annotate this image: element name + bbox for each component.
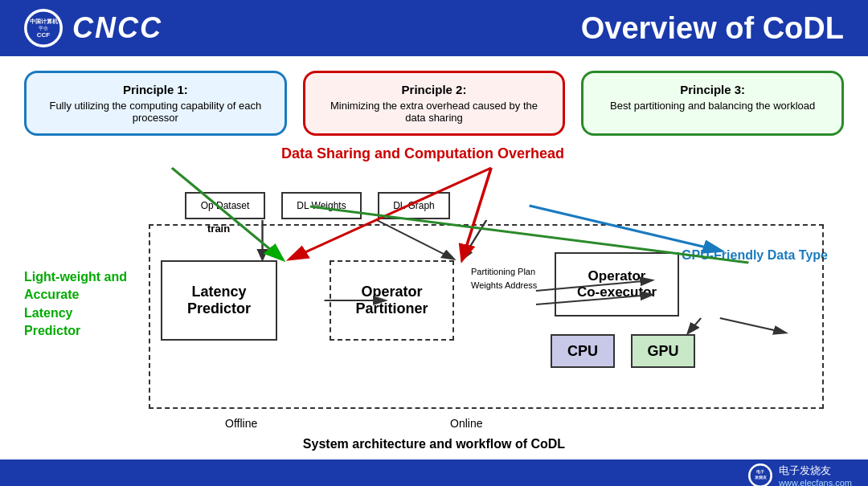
data-sharing-label: Data Sharing and Computation Overhead [281, 145, 564, 162]
footer: 电子 发烧友 电子发烧友 www.elecfans.com [0, 459, 868, 486]
svg-text:CCF: CCF [37, 31, 51, 39]
ccf-logo: 中国计算机 学会 CCF [24, 9, 63, 47]
offline-label: Offline [225, 417, 257, 430]
principle-1-desc: Fully utilizing the computing capability… [41, 100, 270, 124]
caption: System architecture and workflow of CoDL [24, 437, 844, 451]
op-dataset-box: Op Dataset [185, 192, 265, 219]
operator-partitioner-box: OperatorPartitioner [330, 260, 454, 341]
gpu-box: GPU [631, 334, 695, 368]
partitioning-plan-label: Partitioning Plan [471, 267, 535, 276]
lightweight-label: Light-weight andAccurateLatencyPredictor [24, 268, 127, 341]
principle-3-box: Principle 3: Best partitioning and balan… [581, 71, 844, 136]
weights-address-label: Weights Address [471, 280, 537, 290]
principle-3-title: Principle 3: [598, 83, 827, 96]
operator-coexecutor-box: OperatorCo-executor [555, 252, 679, 317]
dl-graph-box: DL Graph [378, 192, 450, 219]
principle-1-box: Principle 1: Fully utilizing the computi… [24, 71, 287, 136]
online-label: Online [450, 417, 482, 430]
diagram-area: Data Sharing and Computation Overhead GP… [24, 144, 844, 433]
header: 中国计算机 学会 CCF CNCC Overview of CoDL [0, 0, 868, 56]
page-title: Overview of CoDL [581, 11, 844, 46]
principle-2-box: Principle 2: Minimizing the extra overhe… [303, 71, 566, 136]
svg-text:中国计算机: 中国计算机 [30, 18, 59, 24]
header-left: 中国计算机 学会 CCF CNCC [24, 9, 162, 47]
latency-predictor-box: LatencyPredictor [161, 260, 277, 341]
cncc-logo-text: CNCC [72, 11, 162, 45]
svg-text:电子: 电子 [756, 469, 764, 474]
principle-1-title: Principle 1: [41, 83, 270, 96]
principle-2-desc: Minimizing the extra overhead caused by … [320, 100, 549, 124]
footer-url: www.elecfans.com [779, 478, 852, 486]
principle-3-desc: Best partitioning and balancing the work… [598, 100, 827, 112]
footer-site-name: 电子发烧友 [779, 464, 831, 478]
dl-weights-box: DL Weights [281, 192, 362, 219]
train-label: train [207, 223, 230, 235]
svg-text:学会: 学会 [39, 26, 48, 31]
main-content: Principle 1: Fully utilizing the computi… [0, 56, 868, 459]
principle-2-title: Principle 2: [320, 83, 549, 96]
footer-logo: 电子 发烧友 电子发烧友 www.elecfans.com [748, 464, 852, 486]
cpu-box: CPU [551, 334, 615, 368]
footer-circle-icon: 电子 发烧友 [748, 464, 772, 486]
svg-text:发烧友: 发烧友 [753, 475, 767, 480]
principles-row: Principle 1: Fully utilizing the computi… [24, 71, 844, 136]
